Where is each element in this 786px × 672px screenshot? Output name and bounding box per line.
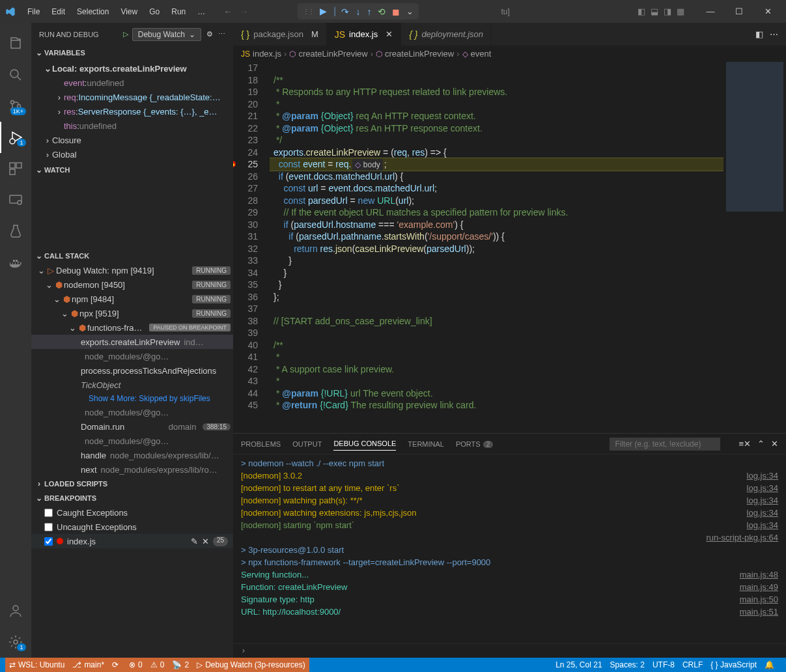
line-number[interactable]: 28	[233, 195, 258, 207]
debug-config-select[interactable]: Debug Watch ⌄	[132, 28, 201, 41]
callstack-thread[interactable]: ⌄▷Debug Watch: npm [9419]RUNNING	[31, 263, 233, 277]
line-number[interactable]: 40	[233, 339, 258, 352]
console-source-link[interactable]: main.js:49	[740, 581, 778, 593]
stack-frame[interactable]: process.processTicksAndRejections	[31, 363, 233, 378]
status-item-sync[interactable]: ⟳	[108, 658, 125, 672]
callstack-thread[interactable]: ⌄⬢functions-fra…PAUSED ON BREAKPOINT	[31, 320, 233, 335]
variables-scope-global[interactable]: ›Global	[31, 147, 233, 161]
more-icon[interactable]: ⋯	[218, 30, 225, 38]
console-source-link[interactable]: run-script-pkg.js:64	[706, 531, 778, 544]
loaded-scripts-section-header[interactable]: ›LOADED SCRIPTS	[31, 477, 233, 491]
uncaught-checkbox[interactable]	[44, 523, 53, 531]
code-line[interactable]: /**	[270, 339, 723, 352]
code-line[interactable]: const url = event.docs.matchedUrl.url;	[270, 182, 723, 195]
line-number[interactable]: 41	[233, 351, 258, 363]
line-number[interactable]: 36	[233, 291, 258, 303]
code-line[interactable]: * @return {!Card} The resulting preview …	[270, 399, 723, 412]
stack-frame[interactable]: Domain.rundomain388:15	[31, 419, 233, 434]
activity-docker[interactable]	[0, 247, 31, 278]
status-item[interactable]: UTF-8	[649, 660, 679, 669]
layout-left-icon[interactable]: ◧	[638, 7, 645, 16]
line-number[interactable]: 19	[233, 86, 258, 98]
code-line[interactable]: * @param {Object} req An HTTP request co…	[270, 110, 723, 122]
status-item[interactable]: CRLF	[679, 660, 707, 669]
stack-frame[interactable]: exports.createLinkPreviewind…	[31, 335, 233, 349]
callstack-thread[interactable]: ⌄⬢npx [9519]RUNNING	[31, 306, 233, 320]
clear-console-icon[interactable]: ≡✕	[738, 439, 751, 449]
variable-event[interactable]: event: undefined	[31, 76, 233, 90]
code-line[interactable]: if (parsedUrl.hostname === 'example.com'…	[270, 219, 723, 231]
line-number[interactable]: 18	[233, 74, 258, 87]
code-line[interactable]: // If the event object URL matches a spe…	[270, 206, 723, 219]
code-line[interactable]	[270, 303, 723, 315]
panel-tab-problems[interactable]: PROBLEMS	[241, 438, 281, 451]
editor-tab[interactable]: JSindex.js✕	[327, 23, 401, 46]
editor-tab[interactable]: { }package.jsonM	[233, 23, 327, 46]
line-number[interactable]: 45	[233, 399, 258, 412]
console-source-link[interactable]: log.js:34	[747, 519, 778, 531]
stack-frame[interactable]: nextnode_modules/express/lib/ro…	[31, 462, 233, 477]
breadcrumb-item[interactable]: ⬡createLinkPreview	[289, 49, 367, 59]
debug-target-chevron-icon[interactable]: ⌄	[406, 7, 414, 16]
remove-breakpoint-icon[interactable]: ✕	[202, 537, 209, 546]
activity-explorer[interactable]	[0, 28, 31, 59]
console-filter-input[interactable]	[610, 438, 720, 451]
variable-req[interactable]: ›req: IncomingMessage {_readableState:…	[31, 90, 233, 104]
menu-go[interactable]: Go	[144, 5, 165, 19]
nav-back-icon[interactable]: ←	[223, 7, 232, 16]
step-over-icon[interactable]: ↷	[341, 7, 349, 17]
bp-enabled-checkbox[interactable]	[44, 537, 53, 546]
line-number[interactable]: 30	[233, 219, 258, 231]
status-item-error[interactable]: ⊗0	[125, 658, 147, 672]
panel-tab-debug-console[interactable]: DEBUG CONSOLE	[333, 437, 396, 451]
console-source-link[interactable]: log.js:34	[747, 494, 778, 507]
drag-grip-icon[interactable]: ⋮⋮	[303, 8, 313, 15]
code-line[interactable]: }	[270, 279, 723, 291]
debug-console-input[interactable]: ›	[233, 643, 786, 658]
collapse-panel-icon[interactable]: ⌃	[757, 439, 765, 449]
breadcrumb-item[interactable]: ⬡createLinkPreview	[376, 49, 454, 59]
gear-icon[interactable]: ⚙	[206, 30, 213, 38]
code-line[interactable]: *	[270, 98, 723, 111]
breadcrumb-item[interactable]: ◇event	[462, 49, 492, 59]
menu-run[interactable]: Run	[166, 5, 191, 19]
line-number[interactable]: 31	[233, 231, 258, 243]
panel-tab-ports[interactable]: PORTS2	[456, 438, 493, 451]
variables-section-header[interactable]: ⌄VARIABLES	[31, 46, 233, 60]
intellisense-hint[interactable]: ◇ body	[352, 159, 382, 171]
activity-extensions[interactable]	[0, 153, 31, 184]
panel-tab-terminal[interactable]: TERMINAL	[408, 438, 444, 451]
breakpoint-file-row[interactable]: index.js ✎ ✕ 25	[31, 534, 233, 548]
status-item[interactable]: { } JavaScript	[707, 660, 761, 669]
variable-res[interactable]: ›res: ServerResponse {_events: {…}, _e…	[31, 104, 233, 119]
line-number[interactable]: 42	[233, 363, 258, 376]
code-line[interactable]: }	[270, 255, 723, 267]
layout-right-icon[interactable]: ◨	[664, 7, 671, 16]
editor-tab[interactable]: { }deployment.json	[401, 23, 492, 46]
menu-edit[interactable]: Edit	[46, 5, 70, 19]
line-number[interactable]: 35	[233, 279, 258, 291]
close-button[interactable]: ✕	[755, 2, 781, 21]
code-line[interactable]: return res.json(caseLinkPreview(parsedUr…	[270, 243, 723, 255]
console-source-link[interactable]: main.js:48	[740, 568, 778, 581]
menu-file[interactable]: File	[22, 5, 45, 19]
stack-frame[interactable]: node_modules/@go…	[31, 434, 233, 448]
callstack-thread[interactable]: ⌄⬢npm [9484]RUNNING	[31, 292, 233, 306]
line-number[interactable]: 22	[233, 122, 258, 135]
code-line[interactable]: };	[270, 291, 723, 303]
line-number[interactable]: 43	[233, 375, 258, 387]
code-line[interactable]: */	[270, 134, 723, 147]
layout-bottom-icon[interactable]: ⬓	[651, 7, 658, 16]
line-number[interactable]: 29	[233, 206, 258, 219]
menu-selection[interactable]: Selection	[72, 5, 114, 19]
line-number[interactable]: 26	[233, 171, 258, 183]
code-line[interactable]: if (parsedUrl.pathname.startsWith('/supp…	[270, 231, 723, 243]
layout-customize-icon[interactable]: ▦	[677, 7, 684, 16]
line-number[interactable]: 39	[233, 327, 258, 339]
stack-frame[interactable]: handlenode_modules/express/lib/…	[31, 448, 233, 462]
variables-scope-closure[interactable]: ›Closure	[31, 133, 233, 147]
line-number[interactable]: 38	[233, 315, 258, 328]
restart-icon[interactable]: ⟲	[378, 7, 386, 17]
callstack-thread[interactable]: ⌄⬢nodemon [9450]RUNNING	[31, 277, 233, 292]
variable-this[interactable]: this: undefined	[31, 119, 233, 133]
